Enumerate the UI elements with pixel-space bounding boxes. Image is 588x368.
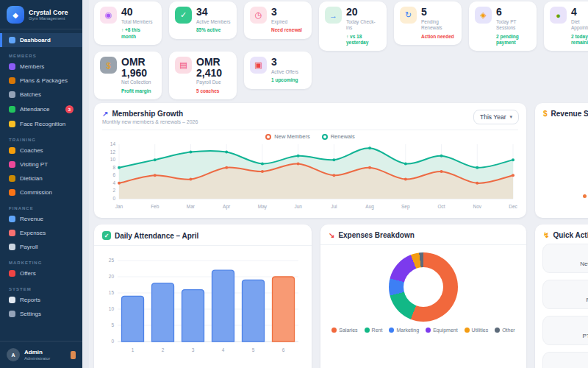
dashboard-icon — [9, 37, 15, 43]
stat-value: OMR 2,410 — [196, 57, 231, 78]
stat-note: Profit margin — [121, 88, 156, 94]
sidebar-item-offers[interactable]: Offers — [0, 266, 82, 280]
sidebar-item-members[interactable]: Members — [0, 60, 82, 74]
daily-attendance-panel: ✓ Daily Attendance – April 0510152025123… — [94, 224, 312, 368]
user-profile[interactable]: A Admin Administrator — [0, 341, 82, 368]
batches-icon — [9, 91, 15, 98]
stat-label: Today Check-ins — [346, 19, 381, 32]
sidebar-section-title: SYSTEM — [9, 287, 82, 291]
sidebar-item-coaches[interactable]: Coaches — [0, 144, 82, 158]
sidebar-item-batches[interactable]: Batches — [0, 88, 82, 102]
plans-icon — [9, 77, 15, 84]
stat-value: 34 — [196, 7, 231, 18]
quick-action-renewal-button[interactable]: Renewal — [542, 280, 588, 309]
sidebar-item-label: Offers — [20, 270, 36, 277]
sidebar-item-expenses[interactable]: Expenses — [0, 226, 82, 240]
app-logo: ◆ Crystal Core Gym Management — [0, 0, 82, 29]
user-role: Administrator — [24, 356, 50, 361]
sidebar-item-face-recognition[interactable]: Face Recognition — [0, 117, 82, 131]
daily-attendance-title: Daily Attendance – April — [115, 232, 198, 240]
svg-text:Mar: Mar — [187, 204, 196, 209]
year-filter-value: This Year — [480, 113, 506, 121]
stat-note: Need renewal — [271, 27, 302, 33]
stat-card-today-checkins: →20Today Check-ins↑ vs 18 yesterday — [319, 1, 387, 51]
legend-item-rent[interactable]: Rent — [365, 328, 383, 333]
quick-actions-panel: ↯ Quick Actions New MemberRenewalPT Sess… — [535, 224, 588, 368]
svg-text:5: 5 — [111, 322, 114, 328]
legend-label: Salaries — [339, 328, 357, 333]
sidebar-item-commission[interactable]: Commission — [0, 185, 82, 199]
stat-label: Today PT Sessions — [496, 19, 531, 32]
sidebar-item-dashboard[interactable]: Dashboard — [0, 33, 82, 47]
sidebar-item-label: Members — [20, 63, 44, 70]
commission-icon — [9, 189, 15, 196]
svg-text:8: 8 — [112, 165, 115, 170]
stat-label: Expired — [271, 19, 302, 25]
quick-action-pt-session-button[interactable]: PT Session — [542, 316, 588, 345]
legend-label: Other — [502, 328, 515, 333]
sidebar-item-label: Expenses — [20, 230, 46, 236]
stat-note: ↑ +8 this month — [121, 27, 156, 40]
legend-label: Rent — [372, 328, 383, 333]
stat-card-total-members: ◉40Total Members↑ +8 this month — [94, 1, 162, 45]
dashboard-screen: ◆ Crystal Core Gym Management DashboardM… — [0, 0, 588, 368]
sidebar-item-dietician[interactable]: Dietician — [0, 171, 82, 185]
dietician-icon — [9, 175, 15, 182]
sidebar-item-label: Face Recognition — [20, 121, 65, 127]
members-icon — [9, 63, 15, 70]
stat-label: Total Members — [121, 19, 156, 25]
sidebar-item-plans-packages[interactable]: Plans & Packages — [0, 74, 82, 88]
logout-icon[interactable] — [71, 351, 76, 359]
sidebar-scrollbar[interactable] — [82, 0, 89, 368]
legend-dot-icon — [331, 328, 337, 333]
quick-action-extra-3-button[interactable] — [542, 352, 588, 368]
sidebar-item-settings[interactable]: Settings — [0, 307, 82, 321]
stat-card-active-offers: ▣3Active Offers1 upcoming — [244, 52, 312, 89]
stat-value: 3 — [271, 57, 298, 68]
revenue-split-title: Revenue Split — [551, 110, 588, 118]
svg-text:Jul: Jul — [331, 204, 337, 209]
notification-badge: 3 — [65, 105, 74, 113]
svg-text:2: 2 — [162, 347, 165, 353]
attendance-icon — [9, 106, 15, 113]
money-bag-icon: $ — [100, 57, 117, 74]
legend-item-equipment[interactable]: Equipment — [426, 328, 457, 333]
sidebar-item-payroll[interactable]: Payroll — [0, 240, 82, 254]
legend-label: Utilities — [472, 328, 489, 333]
stat-note: 2 pending payment — [496, 34, 531, 46]
user-name: Admin — [24, 349, 50, 356]
stat-card-payroll-due: ▤OMR 2,410Payroll Due5 coaches — [169, 52, 237, 99]
stat-value: 6 — [496, 7, 531, 18]
legend-ring-icon — [265, 134, 271, 140]
expenses-donut-chart — [389, 252, 458, 322]
legend-item-utilities[interactable]: Utilities — [465, 328, 489, 333]
legend-item-new-members[interactable]: New Members — [265, 133, 309, 140]
sidebar-item-reports[interactable]: Reports — [0, 293, 82, 307]
svg-text:Aug: Aug — [365, 204, 374, 210]
legend-item-other[interactable]: Other — [495, 328, 515, 333]
quick-action-new-member-button[interactable]: New Member — [542, 244, 588, 273]
stat-note: ↑ vs 18 yesterday — [346, 34, 381, 46]
legend-item-marketing[interactable]: Marketing — [389, 328, 419, 333]
sidebar-item-revenue[interactable]: Revenue — [0, 212, 82, 226]
stat-value: 20 — [346, 7, 381, 18]
svg-text:15: 15 — [109, 290, 115, 295]
diamond-logo-icon: ◆ — [7, 6, 24, 24]
year-filter-dropdown[interactable]: This Year ▾ — [473, 110, 519, 124]
svg-text:1: 1 — [132, 347, 135, 353]
stat-card-body: 5Pending RenewalsAction needed — [421, 7, 456, 40]
legend-item-renewals[interactable]: Renewals — [322, 133, 355, 140]
face-recognition-icon — [9, 121, 15, 127]
growth-chart-icon: ↗ — [102, 110, 108, 118]
sidebar-item-attendance[interactable]: Attendance3 — [0, 102, 82, 117]
stat-value: 3 — [271, 7, 302, 18]
svg-text:0: 0 — [111, 339, 114, 344]
svg-text:3: 3 — [192, 347, 195, 353]
stat-label: Payroll Due — [196, 79, 231, 85]
sidebar-item-visiting-pt[interactable]: Visiting PT — [0, 158, 82, 171]
donut-hole — [404, 267, 443, 307]
membership-growth-subtitle: Monthly new members & renewals – 2026 — [102, 119, 518, 130]
legend-item-salaries[interactable]: Salaries — [331, 328, 357, 333]
money-bag-icon: $ — [543, 110, 548, 118]
stat-card-body: OMR 1,960Net CollectionProfit margin — [121, 57, 156, 94]
